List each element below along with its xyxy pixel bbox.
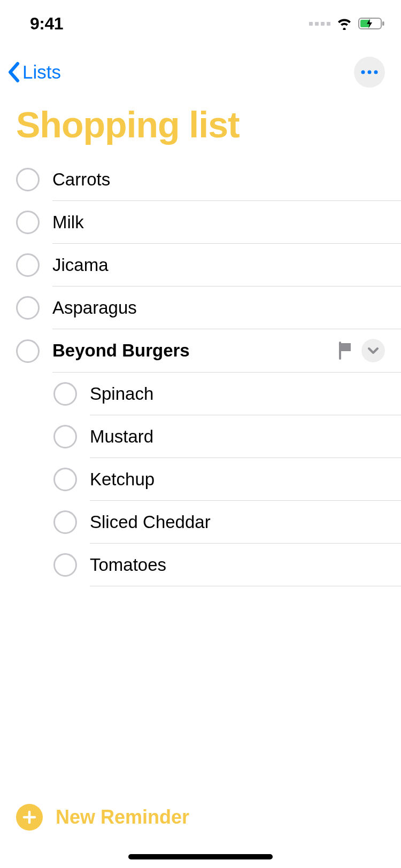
back-button[interactable]: Lists bbox=[5, 61, 61, 83]
svg-point-3 bbox=[361, 71, 365, 74]
reminder-label: Jicama bbox=[52, 255, 109, 275]
reminder-item[interactable]: Carrots bbox=[16, 158, 401, 201]
subtask-item[interactable]: Sliced Cheddar bbox=[53, 501, 401, 544]
subtask-label: Spinach bbox=[90, 384, 153, 404]
subtask-label: Tomatoes bbox=[90, 555, 166, 575]
bottom-toolbar: New Reminder bbox=[0, 804, 401, 831]
subtask-item[interactable]: Tomatoes bbox=[53, 544, 401, 586]
home-indicator[interactable] bbox=[128, 854, 273, 859]
svg-point-5 bbox=[374, 71, 378, 74]
page-title-container: Shopping list bbox=[0, 98, 401, 158]
checkbox-circle[interactable] bbox=[16, 296, 40, 320]
checkbox-circle[interactable] bbox=[53, 425, 77, 448]
reminder-label: Milk bbox=[52, 212, 84, 232]
checkbox-circle[interactable] bbox=[53, 468, 77, 491]
reminder-label: Carrots bbox=[52, 169, 110, 190]
reminder-item[interactable]: Milk bbox=[16, 201, 401, 244]
status-indicators bbox=[309, 17, 385, 30]
subtask-label: Ketchup bbox=[90, 469, 155, 490]
subtask-item[interactable]: Mustard bbox=[53, 415, 401, 458]
checkbox-circle[interactable] bbox=[16, 339, 40, 363]
status-bar: 9:41 bbox=[0, 0, 401, 47]
new-reminder-button[interactable]: New Reminder bbox=[16, 804, 385, 831]
status-time: 9:41 bbox=[30, 14, 63, 34]
new-reminder-label: New Reminder bbox=[56, 806, 189, 828]
reminder-item[interactable]: Asparagus bbox=[16, 286, 401, 329]
reminder-item[interactable]: Jicama bbox=[16, 244, 401, 286]
subtask-list: Spinach Mustard Ketchup Sliced Cheddar T… bbox=[16, 373, 401, 586]
checkbox-circle[interactable] bbox=[16, 168, 40, 191]
chevron-down-icon bbox=[367, 347, 379, 354]
back-label: Lists bbox=[22, 61, 61, 83]
reminder-item-selected[interactable]: Beyond Burgers bbox=[16, 329, 401, 373]
plus-icon bbox=[16, 804, 43, 831]
subtask-label: Mustard bbox=[90, 427, 153, 447]
flag-icon bbox=[338, 342, 353, 360]
chevron-left-icon bbox=[5, 61, 21, 83]
checkbox-circle[interactable] bbox=[16, 253, 40, 277]
expand-button[interactable] bbox=[361, 339, 385, 362]
ellipsis-icon bbox=[360, 69, 379, 75]
subtask-item[interactable]: Ketchup bbox=[53, 458, 401, 501]
wifi-icon bbox=[336, 17, 353, 30]
svg-point-4 bbox=[368, 71, 372, 74]
subtask-item[interactable]: Spinach bbox=[53, 373, 401, 415]
svg-rect-2 bbox=[382, 21, 384, 26]
checkbox-circle[interactable] bbox=[53, 510, 77, 534]
reminder-label: Asparagus bbox=[52, 298, 137, 318]
reminder-label: Beyond Burgers bbox=[52, 340, 190, 361]
page-title: Shopping list bbox=[16, 104, 385, 145]
nav-bar: Lists bbox=[0, 47, 401, 98]
checkbox-circle[interactable] bbox=[16, 211, 40, 234]
more-button[interactable] bbox=[354, 57, 385, 88]
battery-icon bbox=[358, 17, 385, 30]
cellular-signal-icon bbox=[309, 22, 330, 26]
reminders-list: Carrots Milk Jicama Asparagus Beyond Bur… bbox=[0, 158, 401, 586]
checkbox-circle[interactable] bbox=[53, 382, 77, 406]
checkbox-circle[interactable] bbox=[53, 553, 77, 577]
subtask-label: Sliced Cheddar bbox=[90, 512, 211, 532]
